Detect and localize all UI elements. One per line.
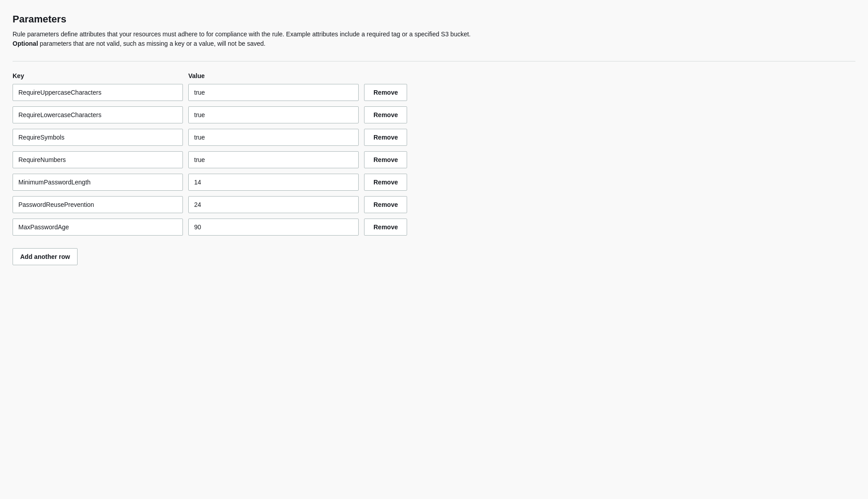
remove-button[interactable]: Remove [364,151,407,168]
value-input[interactable] [188,174,359,191]
value-input[interactable] [188,84,359,101]
params-container: RemoveRemoveRemoveRemoveRemoveRemoveRemo… [13,84,855,236]
key-column-header: Key [13,72,183,79]
key-input[interactable] [13,84,183,101]
remove-button[interactable]: Remove [364,174,407,191]
key-input[interactable] [13,196,183,213]
value-input[interactable] [188,151,359,168]
table-row: Remove [13,196,855,213]
key-input[interactable] [13,151,183,168]
table-row: Remove [13,106,855,123]
table-row: Remove [13,174,855,191]
page-title: Parameters [13,13,855,25]
description-bold: Optional [13,40,38,47]
key-input[interactable] [13,174,183,191]
value-input[interactable] [188,106,359,123]
page-description: Rule parameters define attributes that y… [13,30,506,48]
value-input[interactable] [188,219,359,236]
add-another-row-button[interactable]: Add another row [13,248,78,265]
section-divider [13,61,855,61]
table-row: Remove [13,151,855,168]
table-row: Remove [13,129,855,146]
value-input[interactable] [188,129,359,146]
description-text: Rule parameters define attributes that y… [13,31,471,38]
column-headers: Key Value [13,72,855,79]
table-row: Remove [13,219,855,236]
key-input[interactable] [13,129,183,146]
key-input[interactable] [13,106,183,123]
value-input[interactable] [188,196,359,213]
key-input[interactable] [13,219,183,236]
remove-button[interactable]: Remove [364,84,407,101]
remove-button[interactable]: Remove [364,219,407,236]
remove-button[interactable]: Remove [364,129,407,146]
table-row: Remove [13,84,855,101]
remove-button[interactable]: Remove [364,196,407,213]
description-suffix: parameters that are not valid, such as m… [38,40,265,47]
value-column-header: Value [188,72,359,79]
remove-button[interactable]: Remove [364,106,407,123]
